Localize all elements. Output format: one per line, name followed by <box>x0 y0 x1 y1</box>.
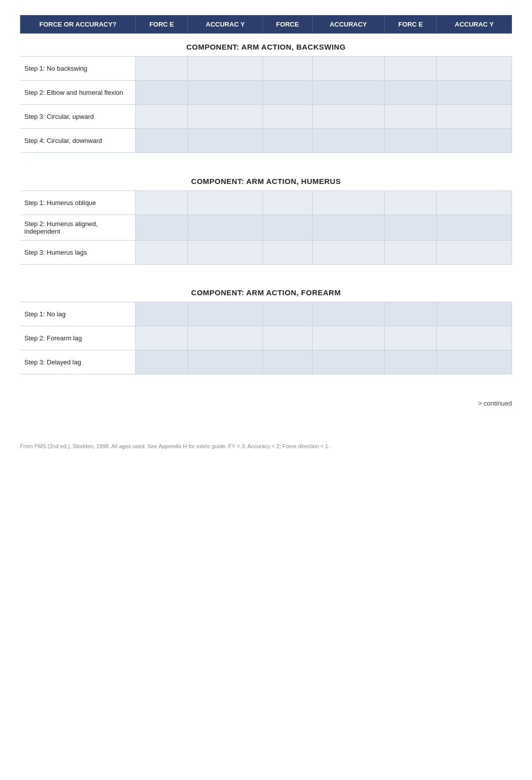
footer-text: From FMS (2nd ed.), Stodden, 1998. All a… <box>20 442 371 451</box>
table-row: Step 1: No backswing <box>21 57 512 81</box>
row-label: Step 1: No lag <box>21 302 136 326</box>
data-cell[interactable] <box>384 350 436 374</box>
data-cell[interactable] <box>263 190 313 215</box>
data-cell[interactable] <box>188 215 263 240</box>
data-cell[interactable] <box>263 81 313 105</box>
data-cell[interactable] <box>136 129 188 153</box>
section-header-2: COMPONENT: ARM ACTION, FOREARM <box>21 279 512 302</box>
header-label-col: FORCE OR ACCURACY? <box>21 16 136 34</box>
data-cell[interactable] <box>312 326 384 350</box>
data-cell[interactable] <box>384 105 436 129</box>
data-cell[interactable] <box>437 302 512 326</box>
section-header-0: COMPONENT: ARM ACTION, BACKSWING <box>21 34 512 57</box>
data-cell[interactable] <box>384 302 436 326</box>
table-row: Step 1: No lag <box>21 302 512 326</box>
data-cell[interactable] <box>312 190 384 215</box>
data-cell[interactable] <box>136 240 188 264</box>
table-row: Step 3: Delayed lag <box>21 350 512 374</box>
table-row: Step 2: Humerus aligned, independent <box>21 215 512 240</box>
table-row: Step 3: Circular, upward <box>21 105 512 129</box>
data-cell[interactable] <box>437 190 512 215</box>
table-row: Step 2: Elbow and humeral flexion <box>21 81 512 105</box>
data-cell[interactable] <box>136 326 188 350</box>
data-cell[interactable] <box>384 129 436 153</box>
continued-text: > continued <box>20 395 512 412</box>
data-cell[interactable] <box>188 240 263 264</box>
data-cell[interactable] <box>188 326 263 350</box>
data-cell[interactable] <box>312 81 384 105</box>
data-cell[interactable] <box>263 215 313 240</box>
data-cell[interactable] <box>312 57 384 81</box>
data-cell[interactable] <box>437 240 512 264</box>
data-cell[interactable] <box>136 350 188 374</box>
data-cell[interactable] <box>188 190 263 215</box>
data-cell[interactable] <box>136 105 188 129</box>
data-cell[interactable] <box>437 129 512 153</box>
data-cell[interactable] <box>384 215 436 240</box>
row-label: Step 4: Circular, downward <box>21 129 136 153</box>
row-label: Step 3: Humerus lags <box>21 240 136 264</box>
data-cell[interactable] <box>136 190 188 215</box>
header-accuracy-y-3: ACCURAC Y <box>437 16 512 34</box>
header-accuracy-2: ACCURACY <box>312 16 384 34</box>
row-label: Step 2: Humerus aligned, independent <box>21 215 136 240</box>
data-cell[interactable] <box>437 57 512 81</box>
data-cell[interactable] <box>312 105 384 129</box>
row-label: Step 1: Humerus oblique <box>21 190 136 215</box>
data-cell[interactable] <box>263 105 313 129</box>
header-force-2: FORCE <box>263 16 313 34</box>
data-cell[interactable] <box>263 302 313 326</box>
table-row: Step 3: Humerus lags <box>21 240 512 264</box>
data-cell[interactable] <box>437 326 512 350</box>
row-label: Step 3: Circular, upward <box>21 105 136 129</box>
row-label: Step 2: Forearm lag <box>21 326 136 350</box>
header-accuracy-y-1: ACCURAC Y <box>188 16 263 34</box>
data-cell[interactable] <box>188 57 263 81</box>
data-cell[interactable] <box>263 326 313 350</box>
data-cell[interactable] <box>188 105 263 129</box>
data-cell[interactable] <box>384 240 436 264</box>
spacer <box>21 264 512 279</box>
header-force-e-3: FORC E <box>384 16 436 34</box>
data-cell[interactable] <box>312 129 384 153</box>
data-cell[interactable] <box>136 81 188 105</box>
data-cell[interactable] <box>188 302 263 326</box>
data-cell[interactable] <box>437 105 512 129</box>
data-cell[interactable] <box>384 190 436 215</box>
row-label: Step 2: Elbow and humeral flexion <box>21 81 136 105</box>
header-force-e-1: FORC E <box>136 16 188 34</box>
data-cell[interactable] <box>263 240 313 264</box>
data-cell[interactable] <box>136 302 188 326</box>
main-table: FORCE OR ACCURACY? FORC E ACCURAC Y FORC… <box>20 15 512 374</box>
data-cell[interactable] <box>263 129 313 153</box>
data-cell[interactable] <box>312 215 384 240</box>
data-cell[interactable] <box>384 57 436 81</box>
data-cell[interactable] <box>437 215 512 240</box>
data-cell[interactable] <box>312 240 384 264</box>
data-cell[interactable] <box>263 57 313 81</box>
table-row: Step 2: Forearm lag <box>21 326 512 350</box>
data-cell[interactable] <box>188 129 263 153</box>
data-cell[interactable] <box>263 350 313 374</box>
data-cell[interactable] <box>437 350 512 374</box>
data-cell[interactable] <box>136 57 188 81</box>
table-row: Step 4: Circular, downward <box>21 129 512 153</box>
data-cell[interactable] <box>437 81 512 105</box>
row-label: Step 3: Delayed lag <box>21 350 136 374</box>
row-label: Step 1: No backswing <box>21 57 136 81</box>
spacer <box>21 153 512 168</box>
section-header-1: COMPONENT: ARM ACTION, HUMERUS <box>21 168 512 191</box>
data-cell[interactable] <box>384 326 436 350</box>
data-cell[interactable] <box>136 215 188 240</box>
data-cell[interactable] <box>312 302 384 326</box>
data-cell[interactable] <box>188 350 263 374</box>
table-row: Step 1: Humerus oblique <box>21 190 512 215</box>
data-cell[interactable] <box>312 350 384 374</box>
data-cell[interactable] <box>384 81 436 105</box>
data-cell[interactable] <box>188 81 263 105</box>
